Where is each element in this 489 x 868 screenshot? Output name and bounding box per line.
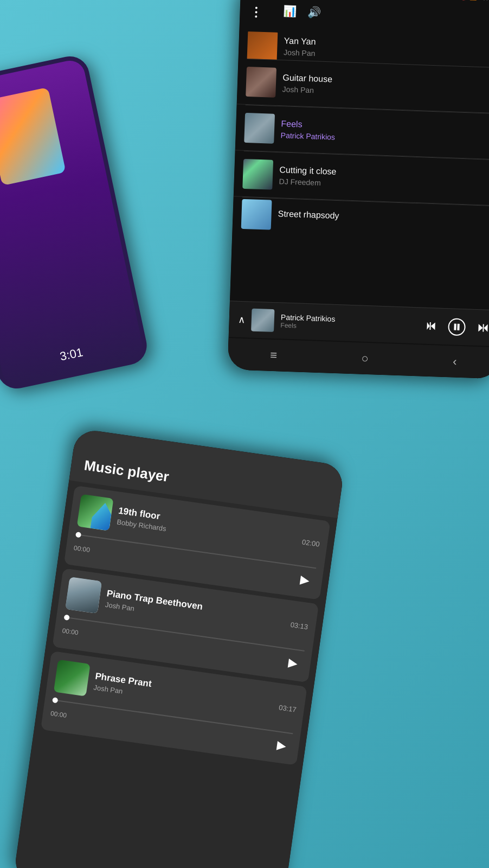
album-art-left (0, 87, 66, 186)
play-button[interactable]: ▶ (282, 652, 304, 674)
nav-menu-icon[interactable]: ≡ (270, 348, 278, 362)
play-icon: ▶ (299, 573, 310, 588)
svg-marker-7 (484, 324, 487, 332)
phone-right: 🔇 📶 73% 🔋 📊 🔊 Yan Yan Josh Pan (228, 0, 489, 379)
equalizer-icon[interactable]: 📊 (283, 4, 297, 18)
song-info: Guitar house Josh Pan (282, 73, 489, 101)
svg-marker-2 (430, 322, 435, 330)
music-player-list: 19th floor Bobby Richards 02:00 00:00 ▶ (34, 484, 337, 766)
song-thumbnail (241, 199, 272, 229)
now-playing-thumbnail (251, 309, 274, 332)
next-button[interactable] (474, 319, 489, 337)
battery-text: 73% (479, 0, 489, 1)
track-thumbnail (65, 577, 102, 614)
song-info: Feels Patrick Patrikios (280, 119, 489, 147)
current-time: 00:00 (50, 710, 67, 719)
svg-marker-5 (478, 324, 482, 331)
header-icons: 📊 🔊 (283, 4, 321, 18)
track-thumbnail (54, 660, 91, 697)
previous-button[interactable] (422, 317, 440, 335)
song-title: Street rhapsody (278, 209, 489, 226)
nav-back-icon[interactable]: ‹ (453, 355, 457, 369)
menu-dots-button[interactable] (255, 7, 258, 17)
status-bar: 🔇 📶 73% 🔋 (241, 0, 489, 5)
song-thumbnail (246, 67, 276, 98)
current-time: 00:00 (62, 627, 79, 636)
wifi-icon: 📶 (469, 0, 477, 1)
current-time: 00:00 (73, 544, 91, 554)
song-list: Yan Yan Josh Pan Guitar house Josh Pan F… (233, 31, 489, 239)
playback-controls (422, 317, 489, 337)
pause-button[interactable] (448, 318, 466, 336)
song-info: Yan Yan Josh Pan (284, 36, 489, 64)
now-playing-info: Patrick Patrikios Feels (280, 312, 416, 334)
track-duration: 03:17 (278, 703, 297, 713)
volume-icon[interactable]: 🔊 (307, 5, 321, 19)
svg-rect-4 (457, 324, 459, 330)
svg-rect-6 (482, 324, 484, 331)
svg-marker-0 (427, 322, 429, 330)
nav-home-icon[interactable]: ○ (361, 352, 369, 366)
play-icon: ▶ (276, 738, 287, 754)
song-thumbnail (242, 159, 273, 190)
play-button[interactable]: ▶ (271, 735, 293, 757)
playback-time-left: 3:01 (59, 345, 84, 363)
track-thumbnail (77, 494, 114, 531)
song-info: Street rhapsody (278, 209, 489, 228)
svg-rect-3 (454, 324, 456, 330)
play-button[interactable]: ▶ (294, 569, 316, 591)
play-icon: ▶ (287, 655, 298, 671)
collapse-icon[interactable]: ∧ (237, 314, 245, 326)
track-duration: 02:00 (301, 538, 320, 548)
svg-rect-1 (429, 322, 430, 330)
song-info: Cutting it close DJ Freedem (279, 165, 489, 193)
mute-icon: 🔇 (460, 0, 467, 1)
song-thumbnail (244, 113, 275, 144)
song-thumbnail (247, 31, 278, 61)
track-duration: 03:13 (290, 620, 308, 630)
